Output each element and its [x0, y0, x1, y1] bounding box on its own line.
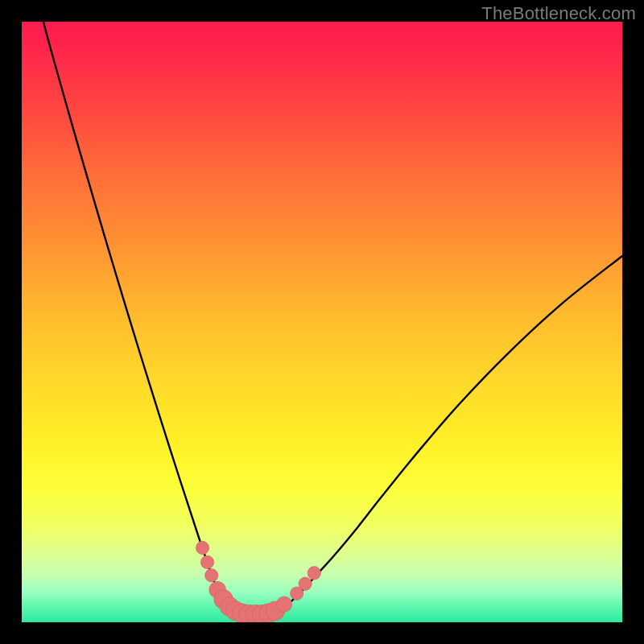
marker-2 [205, 569, 218, 582]
markers-group [196, 541, 320, 622]
marker-1 [200, 555, 213, 568]
plot-area [22, 22, 622, 622]
curve-right-curve [280, 256, 622, 610]
chart-svg [22, 22, 622, 622]
curve-left-curve [43, 22, 238, 610]
curves-group [43, 22, 622, 610]
marker-0 [196, 541, 208, 554]
marker-15 [299, 577, 312, 590]
watermark-text: TheBottleneck.com [481, 3, 636, 24]
marker-13 [276, 597, 291, 612]
chart-frame: TheBottleneck.com [0, 0, 644, 644]
marker-16 [308, 567, 320, 580]
